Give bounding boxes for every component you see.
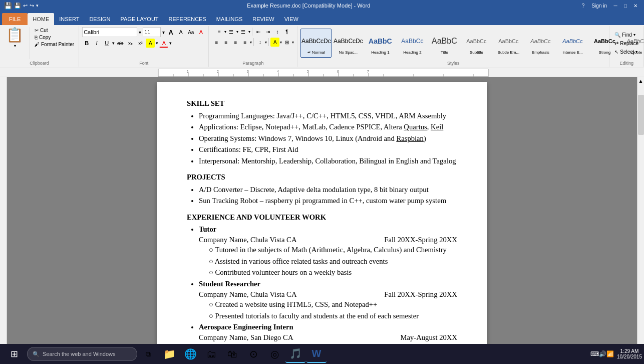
line-spacing-dropdown[interactable]: ▾ [265, 40, 267, 45]
paste-dropdown[interactable]: ▾ [14, 44, 16, 48]
save-icon[interactable]: 💾 [14, 3, 21, 9]
chrome-button[interactable]: ⊙ [243, 345, 263, 363]
edge-button[interactable]: 🌐 [180, 345, 200, 363]
help-button[interactable]: ? [578, 1, 587, 10]
font-grow-button[interactable]: A [166, 28, 175, 37]
format-painter-button[interactable]: 🖌 Format Painter [33, 41, 76, 48]
highlight-dropdown[interactable]: ▾ [156, 41, 158, 46]
copy-button[interactable]: ⎘ Copy [33, 34, 76, 41]
style-subtle-em[interactable]: AaBbCc Subtle Em... [493, 29, 524, 58]
align-right-button[interactable]: ≡ [231, 38, 240, 47]
increase-indent-button[interactable]: ⇥ [263, 27, 272, 36]
scroll-area[interactable]: SKILL SET Programming Languages: Java/J+… [7, 77, 637, 352]
font-color-dropdown[interactable]: ▾ [169, 41, 172, 46]
undo-icon[interactable]: ↩ [23, 3, 28, 9]
job-intern-header: Company Name, San Diego CA May-August 20… [199, 332, 457, 343]
store-button[interactable]: 🛍 [222, 345, 242, 363]
style-subtitle[interactable]: AaBbCc Subtitle [461, 29, 492, 58]
explorer-button[interactable]: 📁 [159, 345, 179, 363]
cut-button[interactable]: ✂ Cut [33, 27, 76, 34]
bullets-button[interactable]: ≡ [215, 27, 224, 36]
style-intense-e[interactable]: AaBbCc Intense E... [557, 29, 588, 58]
multilevel-dropdown[interactable]: ▾ [248, 30, 250, 34]
font-name-dropdown[interactable]: ▾ [139, 30, 141, 35]
style-heading2[interactable]: AaBbCc Heading 2 [397, 29, 428, 58]
shading-button[interactable]: A [270, 38, 279, 47]
line-spacing-button[interactable]: ↕ [255, 38, 264, 47]
sign-in-button[interactable]: Sign in [588, 1, 610, 10]
borders-button[interactable]: ⊞ [282, 38, 291, 47]
bullets-dropdown[interactable]: ▾ [224, 30, 226, 34]
font-shrink-button[interactable]: A [176, 28, 185, 37]
borders-dropdown[interactable]: ▾ [292, 40, 294, 45]
tab-mailings[interactable]: MAILINGS [211, 13, 248, 25]
job-researcher-title: Student Researcher [199, 280, 260, 288]
style-normal[interactable]: AaBbCcDc ↵ Normal [300, 29, 332, 58]
underline-dropdown[interactable]: ▾ [112, 41, 115, 46]
justify-button[interactable]: ≡ [240, 38, 249, 47]
font-size-dropdown[interactable]: ▾ [162, 30, 165, 35]
tab-file[interactable]: FILE [2, 13, 28, 25]
tab-review[interactable]: REVIEW [247, 13, 279, 25]
sort-button[interactable]: ↕ [273, 27, 282, 36]
style-heading1[interactable]: AaBbC Heading 1 [365, 29, 396, 58]
select-button[interactable]: ↖ Select ▾ [612, 48, 640, 56]
italic-button[interactable]: I [92, 39, 101, 48]
bold-button[interactable]: B [82, 39, 91, 48]
tab-page-layout[interactable]: PAGE LAYOUT [116, 13, 164, 25]
tab-references[interactable]: REFERENCES [164, 13, 211, 25]
word-icon: 💾 [4, 2, 12, 10]
job-researcher-duties: Created a website using HTML5, CSS, and … [209, 299, 457, 321]
document-page[interactable]: SKILL SET Programming Languages: Java/J+… [157, 82, 487, 352]
clear-format-button[interactable]: A [196, 28, 205, 37]
unknown-app-button[interactable]: 🎵 [285, 345, 305, 363]
find-button[interactable]: 🔍 Find ▾ [612, 31, 640, 39]
font-size-input[interactable] [143, 27, 161, 37]
right-scrollbar[interactable]: ▲ ▼ [637, 77, 644, 352]
taskview-button[interactable]: ⧉ [138, 345, 158, 363]
align-left-button[interactable]: ≡ [212, 38, 221, 47]
style-no-space[interactable]: AaBbCcDc No Spac... [333, 29, 364, 58]
find-dropdown[interactable]: ▾ [633, 33, 635, 37]
font-group: ▾ ▾ A A Aa A B I U ▾ ab x₂ x² A ▾ A ▾ [79, 26, 209, 67]
justify-dropdown[interactable]: ▾ [250, 40, 252, 45]
paste-button[interactable]: 📋 [3, 27, 27, 43]
numbering-button[interactable]: ☰ [227, 27, 236, 36]
superscript-button[interactable]: x² [136, 39, 145, 48]
style-h2-preview: AaBbCc [398, 32, 426, 50]
numbering-dropdown[interactable]: ▾ [236, 30, 238, 34]
clipboard-group: 📋 ▾ ✂ Cut ⎘ Copy 🖌 Format Painter Clipbo… [0, 26, 79, 67]
underline-button[interactable]: U [102, 39, 111, 48]
style-title[interactable]: AaBbC Title [429, 29, 460, 58]
multilevel-button[interactable]: ☰ [239, 27, 248, 36]
style-emphasis[interactable]: AaBbCc Emphasis [525, 29, 556, 58]
tab-home[interactable]: HOME [28, 13, 54, 25]
font-color-button[interactable]: A [159, 39, 168, 48]
word-taskbar-button[interactable]: W [306, 345, 327, 363]
subscript-button[interactable]: x₂ [126, 39, 135, 48]
opera-button[interactable]: ◎ [264, 345, 284, 363]
tab-insert[interactable]: INSERT [54, 13, 84, 25]
minimize-button[interactable]: ─ [611, 1, 620, 10]
replace-button[interactable]: ⇄ Replace [612, 40, 640, 47]
close-button[interactable]: ✕ [631, 1, 640, 10]
font-name-input[interactable] [82, 27, 137, 37]
scroll-up-button[interactable]: ▲ [637, 77, 644, 85]
tab-view[interactable]: VIEW [279, 13, 303, 25]
redo-icon[interactable]: ↪ [30, 3, 34, 9]
divider1 [252, 28, 252, 36]
shading-dropdown[interactable]: ▾ [280, 40, 282, 45]
align-center-button[interactable]: ≡ [221, 38, 230, 47]
select-dropdown[interactable]: ▾ [635, 50, 637, 54]
highlight-button[interactable]: A [146, 39, 155, 48]
start-button[interactable]: ⊞ [2, 345, 26, 363]
font-case-button[interactable]: Aa [186, 28, 195, 37]
show-formatting-button[interactable]: ¶ [282, 27, 291, 36]
tab-design[interactable]: DESIGN [84, 13, 115, 25]
strikethrough-button[interactable]: ab [116, 39, 125, 48]
search-box[interactable]: 🔍 Search the web and Windows [27, 347, 137, 361]
maximize-button[interactable]: □ [621, 1, 630, 10]
decrease-indent-button[interactable]: ⇤ [254, 27, 263, 36]
scroll-thumb[interactable] [638, 95, 644, 135]
folder-button[interactable]: 🗂 [201, 345, 221, 363]
